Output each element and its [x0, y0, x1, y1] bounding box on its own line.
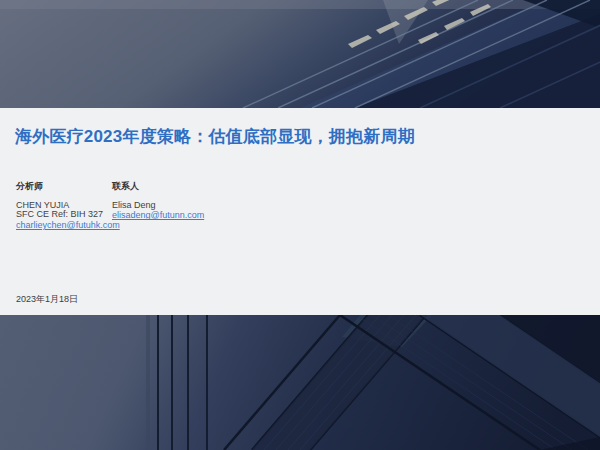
building-facade-illustration-top: [0, 0, 600, 108]
analyst-label: 分析师: [16, 180, 108, 193]
report-date: 2023年1月18日: [16, 293, 78, 306]
cover-content: 海外医疗2023年度策略：估值底部显现，拥抱新周期 分析师 CHEN YUJIA…: [0, 108, 600, 315]
report-cover-slide: 海外医疗2023年度策略：估值底部显现，拥抱新周期 分析师 CHEN YUJIA…: [0, 0, 600, 450]
contact-label: 联系人: [112, 180, 232, 193]
analyst-section: 分析师 CHEN YUJIA SFC CE Ref: BIH 327 charl…: [16, 180, 108, 230]
analyst-email-link[interactable]: charlieychen@futuhk.com: [16, 221, 120, 230]
top-banner-image: [0, 0, 600, 108]
building-facade-illustration-bottom: [0, 315, 600, 450]
analyst-ref: SFC CE Ref: BIH 327: [16, 210, 108, 219]
report-title: 海外医疗2023年度策略：估值底部显现，拥抱新周期: [15, 125, 585, 148]
contact-section: 联系人 Elisa Deng elisadeng@futunn.com: [112, 180, 232, 221]
contact-email-link[interactable]: elisadeng@futunn.com: [112, 211, 204, 220]
bottom-banner-image: [0, 315, 600, 450]
contact-name: Elisa Deng: [112, 201, 232, 210]
